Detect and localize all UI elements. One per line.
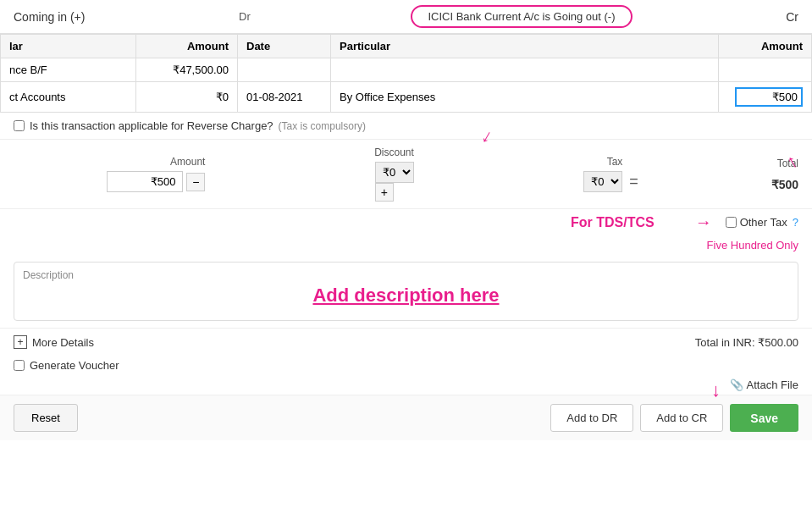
reset-button[interactable]: Reset bbox=[14, 404, 78, 432]
attach-file-label: Attach File bbox=[747, 379, 798, 391]
coming-in-label: Coming in (+) bbox=[14, 10, 85, 24]
other-tax-question: ? bbox=[793, 216, 798, 229]
other-tax-row: For TDS/TCS → Other Tax ? bbox=[0, 209, 812, 235]
generate-voucher-row: Generate Voucher bbox=[0, 356, 812, 375]
reverse-charge-note: (Tax is compulsory) bbox=[279, 120, 366, 132]
ledger-table: lar Amount Date Particular Amount nce B/… bbox=[0, 34, 812, 113]
tax-section: Tax ₹0 bbox=[431, 156, 622, 192]
generate-voucher-label: Generate Voucher bbox=[30, 359, 119, 372]
reverse-charge-checkbox[interactable] bbox=[14, 120, 25, 131]
discount-label: Discount bbox=[374, 146, 414, 158]
cell-particular-right-1 bbox=[331, 58, 719, 82]
description-area[interactable]: Description Add description here bbox=[14, 262, 798, 321]
other-tax-label: Other Tax bbox=[740, 216, 787, 229]
action-buttons: Add to DR Add to CR Save bbox=[550, 404, 798, 432]
more-details-row: + More Details Total in INR: ₹500.00 bbox=[0, 328, 812, 356]
plus-button[interactable]: + bbox=[375, 183, 394, 202]
cell-date-1 bbox=[238, 58, 331, 82]
more-details-expand-icon[interactable]: + bbox=[14, 335, 27, 349]
ledger-table-wrapper: lar Amount Date Particular Amount nce B/… bbox=[0, 34, 812, 113]
col-header-amount-right: Amount bbox=[719, 35, 812, 58]
minus-button[interactable]: − bbox=[186, 173, 205, 191]
more-details-left[interactable]: + More Details bbox=[14, 335, 94, 349]
cell-date-2: 01-08-2021 bbox=[238, 82, 331, 113]
attach-file-button[interactable]: 📎 Attach File bbox=[730, 379, 798, 391]
discount-section: Discount ₹0 + bbox=[222, 146, 413, 202]
col-header-particular-right: Particular bbox=[331, 35, 719, 58]
cell-amount-right-2[interactable] bbox=[719, 82, 812, 113]
cell-particular-right-2: By Office Expenses bbox=[331, 82, 719, 113]
cell-amount-2: ₹0 bbox=[136, 82, 238, 113]
description-label: Description bbox=[23, 269, 74, 281]
discount-select[interactable]: ₹0 bbox=[375, 162, 414, 183]
amount-row: Amount − Discount ₹0 + Tax ₹0 = bbox=[0, 140, 812, 209]
footer-buttons: Reset Add to DR Add to CR Save bbox=[0, 395, 812, 440]
bank-account-label: ICICI Bank Current A/c is Going out (-) bbox=[411, 5, 632, 28]
total-value: ₹500 bbox=[771, 173, 798, 191]
for-tds-label: For TDS/TCS bbox=[571, 215, 655, 230]
reverse-charge-bar: Is this transaction applicable for Rever… bbox=[0, 113, 812, 140]
col-header-date: Date bbox=[238, 35, 331, 58]
amount-input-cell[interactable] bbox=[735, 87, 803, 107]
paperclip-icon: 📎 bbox=[730, 379, 743, 391]
tax-label: Tax bbox=[607, 156, 623, 168]
cell-particular-1: nce B/F bbox=[1, 58, 136, 82]
total-inr-label: Total in INR: ₹500.00 bbox=[695, 336, 798, 349]
amount-section: Amount − bbox=[14, 156, 205, 192]
table-row: ct Accounts ₹0 01-08-2021 By Office Expe… bbox=[1, 82, 812, 113]
reverse-charge-label: Is this transaction applicable for Rever… bbox=[30, 119, 273, 132]
top-bar: Coming in (+) Dr ICICI Bank Current A/c … bbox=[0, 0, 812, 34]
other-tax-checkbox-group: Other Tax ? bbox=[726, 216, 798, 229]
total-section: Total ₹500 bbox=[645, 158, 798, 191]
more-details-label: More Details bbox=[32, 336, 94, 349]
tax-select[interactable]: ₹0 bbox=[583, 171, 622, 192]
generate-voucher-checkbox[interactable] bbox=[14, 360, 25, 371]
add-to-dr-button[interactable]: Add to DR bbox=[550, 404, 633, 432]
cr-label: Cr bbox=[786, 10, 798, 24]
arrow-save-annotation: ↓ bbox=[711, 379, 721, 401]
cell-amount-right-1 bbox=[719, 58, 812, 82]
table-row: nce B/F ₹47,500.00 bbox=[1, 58, 812, 82]
amount-words: Five Hundred Only bbox=[0, 235, 812, 255]
other-tax-checkbox[interactable] bbox=[726, 217, 737, 228]
attach-file-row: 📎 Attach File bbox=[0, 375, 812, 395]
amount-label: Amount bbox=[170, 156, 205, 168]
description-placeholder: Add description here bbox=[23, 271, 789, 307]
equals-sign: = bbox=[622, 173, 645, 191]
save-button[interactable]: Save bbox=[730, 404, 798, 432]
add-to-cr-button[interactable]: Add to CR bbox=[640, 404, 723, 432]
col-header-particular-left: lar bbox=[1, 35, 136, 58]
col-header-amount-left: Amount bbox=[136, 35, 238, 58]
amount-field[interactable] bbox=[107, 171, 183, 192]
cell-amount-1: ₹47,500.00 bbox=[136, 58, 238, 82]
arrow-right-annotation: → bbox=[695, 213, 712, 232]
cell-particular-2: ct Accounts bbox=[1, 82, 136, 113]
